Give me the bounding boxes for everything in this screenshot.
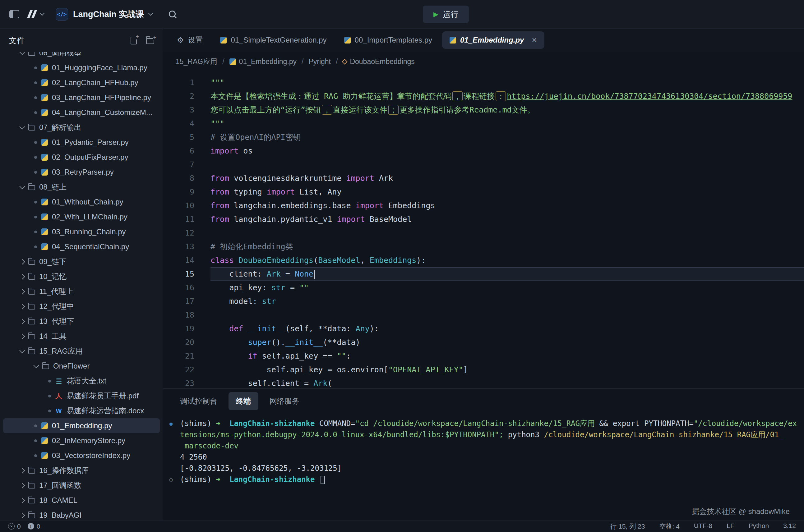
terminal-line: tensions/ms-python.debugpy-2024.0.0-linu… — [168, 429, 804, 440]
py-file-icon — [41, 154, 48, 161]
status-interpreter[interactable]: 3.12 — [783, 522, 796, 531]
tree-folder-14_工具[interactable]: 14_工具 — [3, 329, 160, 344]
file-status-dot-icon — [34, 171, 37, 174]
tree-folder-12_代理中[interactable]: 12_代理中 — [3, 299, 160, 314]
search-icon[interactable] — [168, 10, 177, 19]
code-line: import os — [210, 144, 804, 158]
app-logo-icon[interactable] — [29, 10, 35, 18]
tree-folder-08_链上[interactable]: 08_链上 — [3, 179, 160, 194]
tree-folder-15_RAG应用[interactable]: 15_RAG应用 — [3, 344, 160, 359]
tree-file-易速鲜花员工手册.pdf[interactable]: 易速鲜花员工手册.pdf — [3, 388, 160, 403]
tab-label: 设置 — [188, 35, 203, 45]
code-line: """ — [210, 117, 804, 131]
tree-file-04_SequentialChain.py[interactable]: 04_SequentialChain.py — [3, 239, 160, 254]
file-status-dot-icon — [48, 410, 51, 412]
problems-errors[interactable]: × 0 — [8, 523, 21, 530]
tree-folder-10_记忆[interactable]: 10_记忆 — [3, 269, 160, 284]
terminal[interactable]: ●(shims) ➜ LangChain-shizhanke COMMAND="… — [163, 414, 804, 520]
folder-icon — [28, 290, 35, 294]
command-pending-icon: ○ — [169, 474, 172, 485]
tree-file-02_LangChain_HFHub.py[interactable]: 02_LangChain_HFHub.py — [3, 75, 160, 90]
code-line — [210, 226, 804, 240]
tree-item-label: 18_CAMEL — [39, 496, 77, 505]
tree-folder-09_链下[interactable]: 09_链下 — [3, 254, 160, 269]
tree-folder-16_操作数据库[interactable]: 16_操作数据库 — [3, 463, 160, 478]
breadcrumb-item-Pyright[interactable]: Pyright — [308, 57, 331, 66]
code-line: 您可以点击最上方的“运行”按钮，直接运行该文件；更多操作指引请参考Readme.… — [210, 103, 804, 117]
tree-folder-06_调用模型[interactable]: 06_调用模型 — [3, 52, 160, 60]
tree-folder-19_BabyAGI[interactable]: 19_BabyAGI — [3, 508, 160, 520]
line-number: 15 — [163, 267, 194, 281]
file-status-dot-icon — [34, 424, 37, 427]
tree-file-02_InMemoryStore.py[interactable]: 02_InMemoryStore.py — [3, 433, 160, 448]
new-folder-icon[interactable] — [146, 38, 154, 44]
line-number: 23 — [163, 377, 194, 388]
line-number: 10 — [163, 199, 194, 212]
editor-tab-设置[interactable]: 设置 — [169, 32, 210, 49]
tree-file-02_OutputFixParser.py[interactable]: 02_OutputFixParser.py — [3, 150, 160, 165]
tree-folder-18_CAMEL[interactable]: 18_CAMEL — [3, 493, 160, 508]
panel-tab-网络服务[interactable]: 网络服务 — [262, 392, 307, 410]
sidebar-toggle-icon[interactable] — [9, 10, 19, 18]
status-cursor-position[interactable]: 行 15, 列 23 — [610, 522, 645, 531]
breadcrumb-item-DoubaoEmbeddings[interactable]: DoubaoEmbeddings — [343, 57, 414, 66]
folder-icon — [28, 126, 35, 131]
tree-file-01_Embedding.py[interactable]: 01_Embedding.py — [3, 418, 160, 433]
tree-folder-OneFlower[interactable]: OneFlower — [3, 359, 160, 374]
tree-file-花语大全.txt[interactable]: 花语大全.txt — [3, 374, 160, 388]
editor-tab-01_Embedding.py[interactable]: 01_Embedding.py× — [442, 32, 544, 49]
tree-file-03_LangChain_HFPipeline.py[interactable]: 03_LangChain_HFPipeline.py — [3, 90, 160, 105]
status-language[interactable]: Python — [749, 522, 769, 531]
project-title[interactable]: LangChain 实战课 — [73, 9, 144, 20]
code-line: from langchain.embeddings.base import Em… — [210, 199, 804, 212]
tree-file-04_LangChain_CustomizeM...[interactable]: 04_LangChain_CustomizeM... — [3, 105, 160, 120]
tree-file-易速鲜花运营指南.docx[interactable]: 易速鲜花运营指南.docx — [3, 403, 160, 418]
terminal-line: 4 2560 — [168, 452, 804, 463]
code-line: super().__init__(**data) — [210, 336, 804, 349]
chevron-right-icon — [19, 334, 25, 339]
tree-file-01_Pydantic_Parser.py[interactable]: 01_Pydantic_Parser.py — [3, 135, 160, 150]
tree-item-label: 01_Pydantic_Parser.py — [52, 138, 129, 147]
status-eol[interactable]: LF — [727, 522, 734, 531]
tree-folder-13_代理下[interactable]: 13_代理下 — [3, 314, 160, 329]
tree-file-03_Running_Chain.py[interactable]: 03_Running_Chain.py — [3, 224, 160, 239]
breadcrumb-label: 01_Embedding.py — [239, 57, 297, 66]
breadcrumb-item-01_Embedding.py[interactable]: 01_Embedding.py — [229, 57, 297, 66]
tree-file-03_VectorstoreIndex.py[interactable]: 03_VectorstoreIndex.py — [3, 448, 160, 463]
line-number: 20 — [163, 336, 194, 349]
folder-icon — [28, 498, 35, 504]
tree-folder-11_代理上[interactable]: 11_代理上 — [3, 284, 160, 299]
status-items: 行 15, 列 23空格: 4UTF-8LFPython3.12 — [610, 522, 796, 531]
chevron-down-icon[interactable] — [148, 11, 153, 16]
chevron-down-icon[interactable] — [40, 11, 45, 16]
code-line: client: Ark = None — [210, 267, 804, 281]
tree-item-label: 19_BabyAGI — [39, 511, 81, 519]
close-icon[interactable]: × — [532, 35, 537, 45]
problems-warnings[interactable]: ! 0 — [28, 523, 40, 530]
editor-tab-00_ImportTemplates.py[interactable]: 00_ImportTemplates.py — [337, 32, 440, 49]
py-file-icon — [41, 94, 48, 101]
tree-file-01_Without_Chain.py[interactable]: 01_Without_Chain.py — [3, 194, 160, 209]
tree-file-01_HugggingFace_Llama.py[interactable]: 01_HugggingFace_Llama.py — [3, 60, 160, 75]
py-file-icon — [41, 198, 48, 205]
code-content[interactable]: """本文件是【检索增强生成：通过 RAG 助力鲜花运营】章节的配套代码，课程链… — [204, 76, 804, 388]
panel-tab-调试控制台[interactable]: 调试控制台 — [172, 392, 225, 410]
tree-file-02_With_LLMChain.py[interactable]: 02_With_LLMChain.py — [3, 209, 160, 224]
breadcrumb-item-15_RAG应用[interactable]: 15_RAG应用 — [176, 57, 217, 66]
editor-tab-01_SimpleTextGeneration.py[interactable]: 01_SimpleTextGeneration.py — [213, 32, 334, 49]
status-indentation[interactable]: 空格: 4 — [659, 522, 679, 531]
ide-window: </> LangChain 实战课 ▶ 运行 文件 06_调用模型01_Hugg… — [0, 0, 804, 532]
line-number: 13 — [163, 240, 194, 253]
status-encoding[interactable]: UTF-8 — [694, 522, 713, 531]
panel-tab-终端[interactable]: 终端 — [228, 392, 258, 410]
sidebar-header: 文件 — [0, 28, 163, 52]
tree-folder-17_回调函数[interactable]: 17_回调函数 — [3, 478, 160, 493]
new-file-icon[interactable] — [131, 37, 137, 44]
run-button[interactable]: ▶ 运行 — [423, 5, 469, 23]
tree-folder-07_解析输出[interactable]: 07_解析输出 — [3, 120, 160, 135]
code-editor[interactable]: 1234567891011121314151617181920212223 ""… — [163, 72, 804, 388]
tree-file-03_RetryParser.py[interactable]: 03_RetryParser.py — [3, 165, 160, 179]
code-line: class DoubaoEmbeddings(BaseModel, Embedd… — [210, 253, 804, 267]
status-bar: × 0 ! 0 行 15, 列 23空格: 4UTF-8LFPython3.12 — [0, 520, 804, 532]
py-file-icon — [41, 139, 48, 146]
